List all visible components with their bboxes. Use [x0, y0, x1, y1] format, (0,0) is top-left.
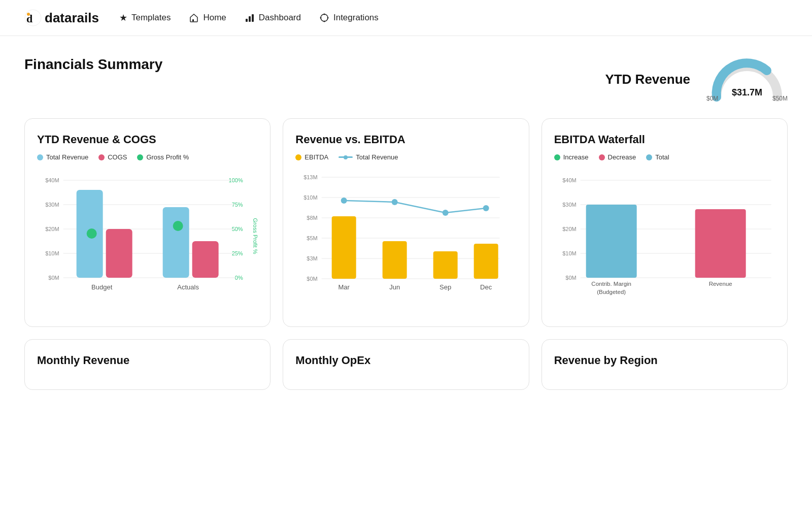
svg-text:$13M: $13M: [303, 174, 318, 180]
legend-label-increase: Increase: [563, 153, 589, 161]
svg-text:$30M: $30M: [562, 202, 577, 208]
nav-items: ★ Templates Home Dashboard: [119, 12, 379, 23]
legend-dot-gross-profit: [137, 154, 143, 160]
legend-dot-ebitda: [295, 154, 301, 160]
svg-rect-48: [332, 216, 356, 279]
svg-rect-4: [246, 19, 248, 22]
svg-point-53: [392, 199, 398, 205]
legend-total: Total: [646, 153, 669, 161]
legend-dot-decrease: [599, 154, 605, 160]
svg-text:Gross Profit %: Gross Profit %: [252, 218, 258, 254]
svg-point-54: [443, 210, 449, 216]
svg-point-7: [321, 14, 328, 21]
svg-point-8: [323, 14, 325, 15]
ytd-block: YTD Revenue $31.7M $0M $50M: [605, 56, 788, 102]
svg-point-2: [27, 13, 30, 16]
legend-dot-total-revenue: [37, 154, 43, 160]
main-content: Financials Summary YTD Revenue $31.7M $0…: [0, 36, 812, 410]
svg-text:$0M: $0M: [48, 275, 59, 281]
bottom-card2-title: Monthly OpEx: [295, 354, 516, 367]
summary-header: Financials Summary YTD Revenue $31.7M $0…: [24, 56, 788, 102]
svg-text:$0M: $0M: [565, 275, 576, 281]
legend-dot-increase: [554, 154, 560, 160]
nav-item-home[interactable]: Home: [189, 13, 226, 23]
ebitda-svg: $13M $10M $8M $5M $3M $0M: [295, 170, 516, 312]
ebitda-chart: $13M $10M $8M $5M $3M $0M: [295, 170, 516, 312]
home-icon: [189, 13, 199, 23]
svg-rect-6: [252, 14, 254, 22]
logo-text: datarails: [45, 10, 99, 26]
legend-label-total-revenue-2: Total Revenue: [356, 153, 398, 161]
card-ytd-revenue-cogs: YTD Revenue & COGS Total Revenue COGS Gr…: [24, 118, 270, 327]
card1-legend: Total Revenue COGS Gross Profit %: [37, 153, 258, 161]
svg-rect-51: [474, 244, 498, 279]
svg-point-11: [327, 17, 328, 19]
gauge-max: $50M: [772, 95, 788, 102]
dashboard-icon: [245, 13, 255, 23]
svg-text:Jun: Jun: [390, 283, 400, 291]
legend-gross-profit: Gross Profit %: [137, 153, 189, 161]
legend-total-revenue: Total Revenue: [37, 153, 88, 161]
svg-point-55: [483, 205, 489, 211]
legend-label-cogs: COGS: [108, 153, 127, 161]
bottom-cards: Monthly Revenue Monthly OpEx Revenue by …: [24, 339, 788, 390]
card-grid: YTD Revenue & COGS Total Revenue COGS Gr…: [24, 118, 788, 327]
card2-title: Revenue vs. EBITDA: [295, 133, 516, 146]
legend-increase: Increase: [554, 153, 589, 161]
svg-text:$20M: $20M: [45, 226, 59, 232]
svg-text:$30M: $30M: [45, 202, 59, 208]
gauge-min: $0M: [706, 95, 718, 102]
waterfall-svg: $40M $30M $20M $10M $0M Contr: [554, 170, 775, 312]
navbar: d datarails ★ Templates Home Dashboard: [0, 0, 812, 36]
nav-label-dashboard: Dashboard: [259, 13, 301, 23]
svg-point-33: [173, 221, 183, 231]
svg-text:$5M: $5M: [307, 235, 318, 241]
svg-text:$40M: $40M: [45, 177, 59, 183]
svg-text:Revenue: Revenue: [708, 281, 732, 287]
nav-label-home: Home: [203, 13, 226, 23]
legend-label-total-revenue: Total Revenue: [46, 153, 88, 161]
svg-text:$10M: $10M: [303, 194, 318, 201]
legend-dot-cogs: [98, 154, 105, 160]
legend-line-total-revenue: [339, 156, 353, 158]
star-icon: ★: [119, 12, 127, 23]
bottom-card-monthly-opex: Monthly OpEx: [283, 339, 529, 390]
svg-rect-70: [586, 205, 636, 278]
ytd-revenue-chart: $40M $30M $20M $10M $0M 100% 75% 50% 25%…: [37, 170, 258, 312]
nav-item-templates[interactable]: ★ Templates: [119, 12, 171, 23]
svg-text:Mar: Mar: [339, 283, 350, 291]
gauge-value: $31.7M: [732, 87, 762, 98]
svg-text:$20M: $20M: [562, 226, 577, 232]
svg-text:Dec: Dec: [480, 283, 492, 291]
svg-point-52: [341, 198, 347, 204]
svg-rect-31: [163, 207, 189, 278]
legend-label-ebitda: EBITDA: [304, 153, 328, 161]
nav-item-dashboard[interactable]: Dashboard: [245, 13, 301, 23]
legend-dot-total: [646, 154, 652, 160]
bottom-card1-title: Monthly Revenue: [37, 354, 258, 367]
svg-text:$8M: $8M: [307, 215, 318, 221]
card3-title: EBITDA Waterfall: [554, 133, 775, 146]
integrations-icon: [319, 13, 329, 23]
svg-rect-50: [433, 251, 458, 279]
legend-cogs: COGS: [98, 153, 127, 161]
svg-text:Budget: Budget: [91, 283, 113, 291]
financials-title: Financials Summary: [24, 56, 162, 73]
bottom-card-monthly-revenue: Monthly Revenue: [24, 339, 270, 390]
svg-rect-32: [192, 241, 219, 278]
svg-text:Actuals: Actuals: [177, 283, 199, 291]
nav-label-integrations: Integrations: [333, 13, 379, 23]
svg-rect-29: [106, 229, 132, 278]
nav-label-templates: Templates: [131, 13, 171, 23]
waterfall-chart: $40M $30M $20M $10M $0M Contr: [554, 170, 775, 312]
svg-point-10: [320, 17, 321, 19]
bottom-card3-title: Revenue by Region: [554, 354, 775, 367]
svg-text:$40M: $40M: [562, 177, 577, 183]
logo[interactable]: d datarails: [24, 9, 99, 26]
svg-text:(Budgeted): (Budgeted): [597, 289, 626, 295]
ytd-revenue-svg: $40M $30M $20M $10M $0M 100% 75% 50% 25%…: [37, 170, 258, 312]
svg-text:$3M: $3M: [307, 255, 318, 261]
svg-point-9: [323, 21, 325, 22]
nav-item-integrations[interactable]: Integrations: [319, 13, 379, 23]
bottom-card-revenue-region: Revenue by Region: [542, 339, 788, 390]
